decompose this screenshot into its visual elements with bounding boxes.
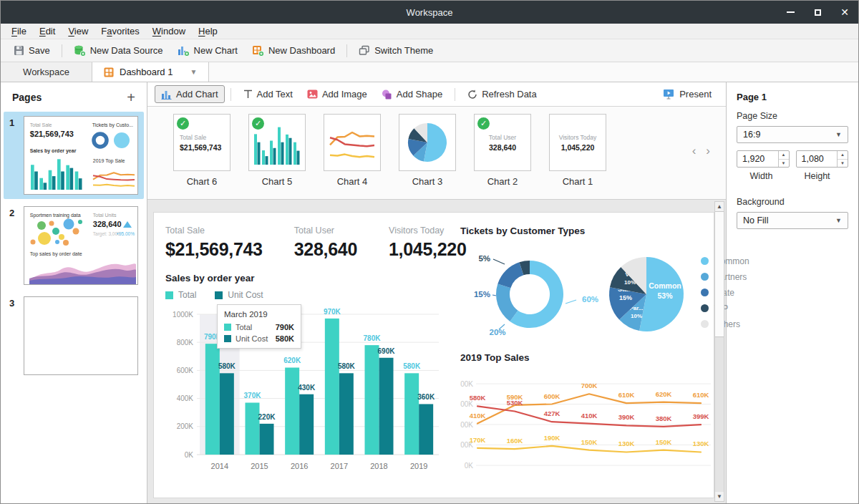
stepper-arrows[interactable]: ▲▼ xyxy=(778,151,789,167)
add-text-button[interactable]: Add Text xyxy=(237,85,299,103)
svg-text:160K: 160K xyxy=(507,437,523,445)
dashboard-canvas[interactable]: Total Sale $21,569,743 Total User 328,64… xyxy=(147,200,726,503)
switch-theme-button[interactable]: Switch Theme xyxy=(353,42,439,59)
chart-gallery: ✓Total Sale$21,569,743Chart 6✓Chart 5Cha… xyxy=(147,107,726,200)
scrollbar-down-arrow[interactable]: ▼ xyxy=(715,492,724,501)
close-icon: ✕ xyxy=(840,7,849,17)
stepper-arrows[interactable]: ▲▼ xyxy=(837,151,848,167)
pie-legend-item-common[interactable]: Common xyxy=(701,256,749,266)
gallery-chart-card[interactable] xyxy=(399,114,456,171)
gallery-chart-card[interactable]: ✓ xyxy=(248,114,306,171)
legend-swatch-unit-cost xyxy=(215,291,223,299)
menu-item-file[interactable]: File xyxy=(5,24,33,38)
add-page-button[interactable]: + xyxy=(127,92,135,102)
kpi-total-sale[interactable]: Total Sale $21,569,743 xyxy=(165,226,263,260)
gallery-item-chart-5: ✓Chart 5 xyxy=(248,114,306,187)
svg-text:5%: 5% xyxy=(478,254,490,263)
page-thumbnail-2[interactable]: 2 Sportmen training data Total Units 328… xyxy=(4,202,144,289)
add-image-button[interactable]: Add Image xyxy=(301,85,374,103)
scrollbar-up-arrow[interactable]: ▲ xyxy=(715,202,724,211)
tab-dashboard-1[interactable]: Dashboard 1 ▼ xyxy=(92,62,209,82)
svg-text:1000K: 1000K xyxy=(173,311,193,319)
svg-text:690K: 690K xyxy=(378,347,396,355)
svg-text:2018: 2018 xyxy=(370,462,387,470)
gallery-next-button[interactable]: › xyxy=(706,144,710,158)
menu-item-view[interactable]: View xyxy=(62,24,94,38)
new-dashboard-button[interactable]: New Dashboard xyxy=(246,42,341,59)
svg-text:400K: 400K xyxy=(177,394,194,402)
properties-title: Page 1 xyxy=(737,92,848,102)
svg-text:150K: 150K xyxy=(656,438,672,446)
save-button[interactable]: Save xyxy=(8,42,56,59)
minimize-button[interactable] xyxy=(777,1,804,24)
maximize-button[interactable] xyxy=(804,1,831,24)
pie-legend-item-vip[interactable]: VIP xyxy=(701,304,749,314)
svg-text:2016: 2016 xyxy=(291,462,308,470)
tickets-donut-chart[interactable]: 60%20%15%5% xyxy=(460,244,603,341)
gallery-chart-card[interactable] xyxy=(324,114,381,171)
svg-text:150K: 150K xyxy=(581,438,598,446)
bar-chart-plus-icon xyxy=(178,45,190,57)
page-thumbnail-3[interactable]: 3 xyxy=(4,292,144,379)
present-button[interactable]: Present xyxy=(656,86,719,102)
thumb-bubble-chart xyxy=(29,218,89,247)
new-chart-button[interactable]: New Chart xyxy=(172,42,243,59)
refresh-data-button[interactable]: Refresh Data xyxy=(461,85,543,103)
svg-text:610K: 610K xyxy=(618,391,635,399)
application-window: Workspace ✕ FileEditViewFavoritesWindowH… xyxy=(0,0,859,504)
thumb-area-chart xyxy=(29,258,136,284)
tickets-pie-chart[interactable]: Common53%Par...10%State15%VIP10% xyxy=(603,244,695,341)
kpi-total-user[interactable]: Total User 328,640 xyxy=(294,226,357,260)
menu-item-help[interactable]: Help xyxy=(192,24,224,38)
dashboard-tab-icon xyxy=(104,67,114,77)
page-2-preview: Sportmen training data Total Units 328,6… xyxy=(24,206,138,285)
height-stepper[interactable]: 1,080 ▲▼ xyxy=(796,150,849,168)
svg-text:Common: Common xyxy=(649,281,681,290)
svg-text:410K: 410K xyxy=(581,412,598,420)
svg-text:390K: 390K xyxy=(618,413,635,421)
svg-text:200K: 200K xyxy=(177,422,194,430)
pie-legend-item-state[interactable]: State xyxy=(701,288,749,298)
toolbar-separator xyxy=(230,88,231,101)
svg-text:970K: 970K xyxy=(324,308,341,316)
menu-item-window[interactable]: Window xyxy=(146,24,192,38)
tab-dropdown-icon[interactable]: ▼ xyxy=(190,68,197,76)
new-data-source-button[interactable]: New Data Source xyxy=(68,42,169,59)
close-button[interactable]: ✕ xyxy=(831,1,858,24)
svg-text:130K: 130K xyxy=(618,440,635,447)
sales-bar-chart[interactable]: 0K200K400K600K800K1000K790K580K2014370K2… xyxy=(165,303,445,483)
gallery-item-chart-4: Chart 4 xyxy=(324,114,381,187)
gallery-chart-card[interactable]: ✓Total Sale$21,569,743 xyxy=(173,114,230,171)
add-shape-button[interactable]: Add Shape xyxy=(375,85,449,103)
background-select[interactable]: No Fill ▼ xyxy=(737,212,848,229)
width-stepper[interactable]: 1,920 ▲▼ xyxy=(737,150,790,168)
scrollbar-thumb[interactable] xyxy=(715,211,724,337)
menu-item-edit[interactable]: Edit xyxy=(33,24,62,38)
canvas-vertical-scrollbar[interactable]: ▲ ▼ xyxy=(714,201,724,502)
svg-text:15%: 15% xyxy=(619,294,632,301)
gallery-chart-card[interactable]: ✓Total User328,640 xyxy=(474,114,531,171)
tab-workspace[interactable]: Workspace xyxy=(1,62,92,82)
top-sales-line-chart[interactable]: 0K200K400K600K800K410K590K600K700K610K62… xyxy=(460,369,717,484)
theme-icon xyxy=(359,45,370,56)
thumb-line-chart xyxy=(92,167,136,191)
add-shape-icon xyxy=(382,89,392,100)
thumb-donut-icons xyxy=(90,131,133,150)
legend-dot-icon xyxy=(701,289,709,296)
window-title: Workspace xyxy=(1,7,858,18)
gallery-prev-button[interactable]: ‹ xyxy=(692,144,697,158)
svg-text:10%: 10% xyxy=(631,313,642,319)
kpi-preview: Total Sale$21,569,743 xyxy=(174,115,230,170)
svg-text:427K: 427K xyxy=(544,410,560,417)
dashboard-page[interactable]: Total Sale $21,569,743 Total User 328,64… xyxy=(153,212,714,498)
chevron-down-icon: ▼ xyxy=(835,217,842,224)
page-thumbnail-1[interactable]: 1 Total Sale $21,569,743 Tickets by Cust… xyxy=(4,112,144,199)
pie-legend-item-partners[interactable]: Partners xyxy=(701,272,749,282)
page-size-select[interactable]: 16:9 ▼ xyxy=(737,126,848,143)
svg-text:400K: 400K xyxy=(460,421,473,429)
menu-item-favorites[interactable]: Favorites xyxy=(94,24,145,38)
tickets-charts[interactable]: 60%20%15%5% Common53%Par...10%State15%VI… xyxy=(460,244,749,341)
gallery-chart-card[interactable]: Visitors Today1,045,220 xyxy=(549,114,606,171)
pie-legend-item-others[interactable]: Others xyxy=(701,319,749,329)
add-chart-button[interactable]: Add Chart xyxy=(155,85,225,103)
